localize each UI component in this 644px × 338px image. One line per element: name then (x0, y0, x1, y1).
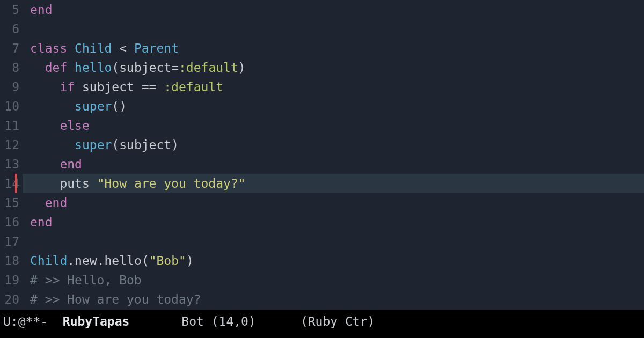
code-token: :default (164, 80, 223, 94)
status-buffer-name: RubyTapas (63, 312, 130, 331)
code-line[interactable]: puts "How are you today?" (23, 174, 644, 193)
code-line[interactable]: super(subject) (30, 135, 644, 155)
code-token: ( (112, 138, 119, 152)
code-token: # >> Hello, Bob (30, 273, 142, 287)
code-line[interactable]: end (30, 0, 644, 19)
code-line[interactable]: if subject == :default (30, 77, 644, 97)
code-line[interactable]: Child.new.hello("Bob") (30, 251, 644, 270)
code-token: super (75, 138, 112, 152)
line-number: 5 (0, 0, 23, 19)
code-token: ) (171, 138, 179, 152)
code-token: subject (82, 80, 134, 94)
code-token (30, 157, 60, 171)
code-token: subject (119, 138, 171, 152)
line-number-gutter: 567891011121314151617181920 (0, 0, 23, 310)
code-token (30, 138, 75, 152)
line-number: 13 (0, 155, 23, 174)
line-number: 12 (0, 135, 23, 155)
code-token (30, 119, 60, 133)
line-number: 10 (0, 97, 23, 116)
code-token: ) (186, 254, 194, 268)
code-token (30, 177, 60, 190)
code-token: end (30, 215, 53, 229)
status-position: Bot (14,0) (129, 312, 255, 331)
code-line[interactable] (30, 19, 644, 39)
code-token: hello (75, 61, 112, 75)
code-line[interactable]: else (30, 116, 644, 135)
code-token: :default (179, 61, 238, 75)
code-token (30, 99, 75, 113)
code-token: ( (112, 61, 119, 75)
code-line[interactable]: # >> How are you today? (30, 290, 644, 309)
code-token: if (60, 80, 82, 94)
code-token: class (30, 41, 75, 55)
code-token: end (60, 157, 82, 171)
code-token: def (45, 61, 75, 75)
code-token: . (67, 254, 75, 268)
code-area[interactable]: endclass Child < Parent def hello(subjec… (23, 0, 644, 310)
code-token: == (134, 80, 164, 94)
line-number: 7 (0, 39, 23, 58)
code-token: . (97, 254, 105, 268)
line-number: 9 (0, 77, 23, 97)
code-token: else (60, 119, 89, 133)
code-token: hello (105, 254, 142, 268)
code-token: new (75, 254, 97, 268)
line-number: 16 (0, 212, 23, 232)
code-token: end (30, 3, 53, 17)
code-token: Child (30, 254, 67, 268)
line-number: 11 (0, 116, 23, 135)
line-number: 15 (0, 193, 23, 212)
code-token: < (112, 41, 134, 55)
code-token: super (75, 99, 112, 113)
line-number: 19 (0, 270, 23, 290)
code-token: "Bob" (149, 254, 186, 268)
code-token: = (171, 61, 179, 75)
status-bar: U:@**- RubyTapas Bot (14,0) (Ruby Ctr) (0, 310, 644, 338)
status-mode: (Ruby Ctr) (256, 312, 375, 331)
code-line[interactable]: end (30, 212, 644, 232)
line-number: 20 (0, 290, 23, 309)
line-number: 17 (0, 232, 23, 251)
line-number: 14 (0, 174, 23, 193)
code-line[interactable]: def hello(subject=:default) (30, 58, 644, 77)
code-token: # >> How are you today? (30, 292, 201, 306)
line-number: 8 (0, 58, 23, 77)
code-line[interactable]: super() (30, 97, 644, 116)
code-token: ) (238, 61, 246, 75)
code-token: Child (75, 41, 112, 55)
code-line[interactable]: end (30, 193, 644, 212)
code-token (30, 196, 45, 210)
code-token (30, 61, 45, 75)
code-line[interactable]: end (30, 155, 644, 174)
code-editor[interactable]: 567891011121314151617181920 endclass Chi… (0, 0, 644, 310)
code-token: () (112, 99, 127, 113)
code-token: end (45, 196, 68, 210)
code-line[interactable]: class Child < Parent (30, 39, 644, 58)
code-line[interactable] (30, 232, 644, 251)
status-left: U:@**- (3, 312, 63, 331)
line-number: 18 (0, 251, 23, 270)
line-number: 6 (0, 19, 23, 39)
code-line[interactable]: # >> Hello, Bob (30, 270, 644, 290)
code-token: ( (142, 254, 149, 268)
code-token (30, 80, 60, 94)
code-token: puts (60, 177, 97, 190)
code-token: "How are you today?" (97, 177, 246, 190)
code-token: Parent (134, 41, 179, 55)
code-token: subject (119, 61, 171, 75)
